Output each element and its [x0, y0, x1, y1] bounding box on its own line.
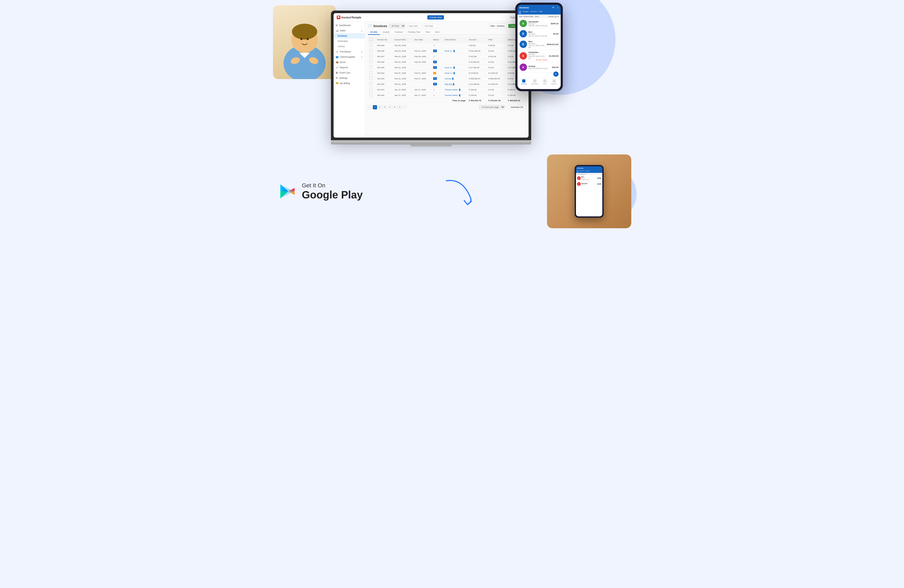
google-play-section[interactable]: Get It On Google Play	[278, 182, 363, 201]
sidebar-item-clients[interactable]: Clients	[333, 44, 365, 49]
more-icon[interactable]: ⋮	[556, 6, 559, 9]
inv-client[interactable]: Way Big 👤	[444, 83, 466, 85]
row-checkbox[interactable]	[370, 49, 373, 52]
row-checkbox[interactable]	[370, 66, 373, 69]
phone-client-ben2[interactable]: B Ben INV-033 Dec 27, 2024 12:41 pm $549…	[517, 39, 561, 50]
phone-tab-all[interactable]: All	[519, 11, 521, 13]
phone-nav-invoices[interactable]: Invoices	[521, 79, 527, 85]
inv-issued: Feb 01, 2025	[393, 76, 412, 81]
tab-overdue[interactable]: Overdue	[392, 30, 406, 35]
inv-no: INV-041	[376, 87, 393, 93]
client-info-ben1: Ben INV-015 Jan 31, 2019 11:43 pm	[529, 31, 552, 37]
inv-paid: € 0.00	[487, 87, 506, 93]
sidebar-item-client-supplier[interactable]: 👥 Client/Supplier ▼	[333, 54, 365, 60]
row-checkbox[interactable]	[370, 55, 373, 58]
svg-point-4	[307, 38, 309, 40]
sidebar-item-reports[interactable]: 📈 Reports	[333, 65, 365, 70]
row-checkbox[interactable]	[370, 60, 373, 63]
sidebar-label-dashboard: Dashboard	[339, 24, 351, 27]
phone-nav-more[interactable]: More	[543, 79, 547, 85]
page-3[interactable]: 3	[383, 105, 387, 109]
laptop-base	[331, 140, 531, 144]
held-client-inv2: INV-012	[582, 184, 596, 185]
row-checkbox[interactable]	[370, 88, 373, 91]
phone-tab-unpaid[interactable]: Unpaid	[523, 11, 528, 13]
page-5[interactable]: 5	[393, 105, 397, 109]
table-row: INV-046 Feb 01, 2025 Feb 20, 2025 ✉ € 92…	[368, 59, 526, 65]
sidebar-item-purchases[interactable]: 🛒 Purchases ▼	[333, 49, 365, 54]
download-csv-button[interactable]: ↓ Download CSV	[507, 105, 526, 109]
phone-filter-row: Sort: Issued Date - Desc Clients (0) ▼	[517, 14, 561, 19]
inv-client[interactable]: Thomas Martin 👤	[444, 94, 466, 96]
inv-issued: Feb 01, 2025	[393, 65, 412, 70]
phone-nav-more-label: More	[543, 83, 547, 85]
page-next[interactable]: ›	[403, 105, 407, 109]
tab-unpaid[interactable]: Unpaid	[380, 30, 392, 35]
create-new-button[interactable]: Create New	[427, 15, 444, 19]
col-issued-date[interactable]: Issued Date ↓	[393, 36, 412, 43]
phone-header: Invoices 🔍 ⋮	[517, 5, 561, 11]
phone-nav-invoices-icon	[522, 79, 525, 82]
clients-filter[interactable]: Clients (0) ▼	[548, 16, 559, 17]
tab-partially-paid[interactable]: Partially Paid	[405, 30, 423, 35]
phone-title: Invoices	[520, 6, 529, 9]
page-1[interactable]: 1	[373, 105, 377, 109]
row-checkbox[interactable]	[370, 77, 373, 80]
row-checkbox[interactable]	[370, 93, 373, 96]
page-title: Invoices	[374, 24, 387, 28]
page-2[interactable]: 2	[378, 105, 382, 109]
search-icon[interactable]: 🔍	[552, 6, 555, 9]
phone-client-alexander[interactable]: A Alexander INV-017 Feb 06, 2025 03:24 p…	[517, 19, 561, 29]
invoices-icon: 📄	[368, 24, 372, 28]
sidebar-item-sales[interactable]: 📊 Sales ▲	[333, 28, 365, 33]
end-date-input[interactable]	[423, 24, 438, 28]
start-date-input[interactable]	[407, 24, 422, 28]
phone-client-sebastian[interactable]: S Sebastian INV-012 Nov 28, 2024 05:13 p…	[517, 50, 561, 62]
phone-nav-estimates-label: Estimates	[531, 83, 538, 85]
inv-client[interactable]: Tommy 👤	[444, 77, 466, 80]
phone-tab-overdue[interactable]: Overdue	[530, 11, 537, 13]
sidebar-item-estimates[interactable]: Estimates	[333, 38, 365, 44]
phone-nav-estimates[interactable]: Estimates	[531, 79, 538, 85]
phone-client-ashley[interactable]: A Ashley Nov 20, 2024 05:13 pm $32.00	[517, 62, 561, 73]
sidebar-item-items[interactable]: 📦 Items	[333, 60, 365, 65]
time-filter-select[interactable]: All Time	[389, 24, 406, 28]
sidebar-item-dashboard[interactable]: ⊞ Dashboard	[333, 23, 365, 28]
inv-client[interactable]: Kevin 11 👤	[444, 50, 466, 52]
row-checkbox[interactable]	[370, 43, 373, 47]
tab-paid[interactable]: Paid	[423, 30, 432, 35]
phone-client-ben1[interactable]: B Ben INV-015 Jan 31, 2019 11:43 pm $1.0…	[517, 29, 561, 39]
sidebar-item-settings[interactable]: ⚙ Settings	[333, 75, 365, 81]
per-page-select[interactable]: 10 Items per page 25 Items per page	[479, 105, 505, 109]
inv-client[interactable]: Thomas Martin 👤	[444, 89, 466, 91]
sidebar-label-billing: My Billing	[340, 82, 350, 85]
sidebar-item-invoices[interactable]: Invoices	[333, 33, 365, 38]
page-prev[interactable]: ‹	[368, 105, 372, 109]
filter-button[interactable]: Filter - Invoices	[488, 24, 507, 28]
sidebar-label-supplier: Client/Supplier	[340, 55, 356, 58]
held-client-info: Ben INV-033 54 days overdue	[582, 176, 597, 180]
sidebar-label-purchases: Purchases	[340, 51, 351, 53]
select-all-checkbox[interactable]	[370, 38, 373, 41]
held-avatar-s: S	[577, 182, 581, 186]
inv-status-paid2: ✓	[438, 83, 439, 85]
col-amount: Amount	[468, 36, 487, 43]
inv-issued: Feb 01, 2025	[393, 81, 412, 87]
row-checkbox[interactable]	[370, 82, 373, 85]
inv-amount: € 232,269.30	[468, 48, 487, 54]
page-4[interactable]: 4	[388, 105, 392, 109]
sidebar-item-billing[interactable]: 💳 My Billing	[333, 81, 365, 86]
phone-tab-paid[interactable]: Paid	[539, 11, 542, 13]
tab-sent[interactable]: Sent	[432, 30, 442, 35]
phone-nav-reports[interactable]: Reports	[552, 79, 557, 85]
row-checkbox[interactable]	[370, 71, 373, 74]
inv-no: INV-045	[376, 65, 393, 70]
inv-client[interactable]: Kevin 11 👤	[444, 72, 466, 74]
sidebar-item-trash[interactable]: 🗑 Trash Can	[333, 70, 365, 75]
inv-client[interactable]: Kevin 11 👤	[444, 66, 466, 69]
inv-no: INV-043	[376, 76, 393, 81]
tab-all[interactable]: All (92)	[368, 30, 380, 35]
add-invoice-button[interactable]: +	[553, 71, 559, 77]
page-6[interactable]: 6	[398, 105, 402, 109]
hand-background: Invoices All Unpaid Overdue Sort: Issued…	[547, 155, 631, 228]
